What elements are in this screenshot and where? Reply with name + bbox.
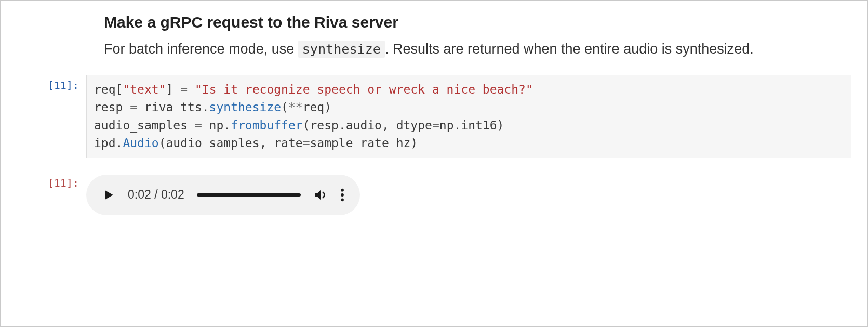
code-token: = bbox=[432, 119, 439, 132]
code-input-cell: [11]: req["text"] = "Is it recognize spe… bbox=[17, 75, 851, 158]
markdown-text-after: . Results are returned when the entire a… bbox=[385, 41, 754, 57]
input-prompt: [11]: bbox=[17, 75, 86, 91]
svg-point-2 bbox=[341, 198, 344, 201]
code-token: np bbox=[202, 119, 224, 132]
code-token: = bbox=[195, 119, 202, 132]
code-token: ) bbox=[324, 100, 331, 114]
code-token: int16 bbox=[461, 119, 497, 132]
volume-icon[interactable] bbox=[313, 188, 328, 202]
code-token: np bbox=[439, 119, 454, 132]
audio-time-label: 0:02 / 0:02 bbox=[128, 188, 184, 202]
markdown-heading: Make a gRPC request to the Riva server bbox=[104, 14, 851, 31]
code-token: , dtype bbox=[382, 119, 432, 132]
audio-duration: 0:02 bbox=[161, 188, 184, 201]
code-token: (resp bbox=[303, 119, 339, 132]
code-token: "text" bbox=[123, 83, 166, 96]
code-token bbox=[173, 83, 180, 96]
markdown-cell: Make a gRPC request to the Riva server F… bbox=[17, 14, 851, 60]
code-token: [ bbox=[116, 83, 123, 96]
audio-progress-track[interactable] bbox=[197, 193, 301, 197]
code-output-cell: [11]: 0:02 / 0:02 bbox=[17, 173, 851, 215]
code-token: . bbox=[202, 100, 209, 114]
code-token: ipd bbox=[94, 136, 116, 150]
code-token: ** bbox=[288, 100, 303, 114]
audio-player: 0:02 / 0:02 bbox=[86, 175, 360, 215]
markdown-paragraph: For batch inference mode, use synthesize… bbox=[104, 38, 805, 60]
code-token: . bbox=[116, 136, 123, 150]
code-token: "Is it recognize speech or wreck a nice … bbox=[195, 83, 533, 96]
markdown-inline-code: synthesize bbox=[298, 41, 385, 58]
code-token: . bbox=[339, 119, 346, 132]
code-token: = bbox=[180, 83, 188, 96]
code-token: riva_tts bbox=[137, 100, 202, 114]
code-token: ) bbox=[497, 119, 504, 132]
kebab-menu-icon[interactable] bbox=[340, 188, 344, 202]
code-token: req bbox=[94, 83, 116, 96]
svg-point-1 bbox=[341, 193, 344, 197]
code-token: (audio_samples bbox=[159, 136, 260, 150]
code-token: . bbox=[223, 119, 231, 132]
play-icon[interactable] bbox=[102, 188, 115, 202]
code-token: synthesize bbox=[209, 100, 281, 114]
code-token bbox=[188, 83, 195, 96]
notebook-viewport: Make a gRPC request to the Riva server F… bbox=[0, 0, 868, 327]
code-token: ) bbox=[410, 136, 418, 150]
audio-time-separator: / bbox=[154, 188, 161, 201]
code-token: req bbox=[303, 100, 325, 114]
code-editor[interactable]: req["text"] = "Is it recognize speech or… bbox=[86, 75, 851, 158]
output-prompt: [11]: bbox=[17, 173, 86, 189]
code-token: Audio bbox=[123, 136, 158, 150]
markdown-text-before: For batch inference mode, use bbox=[104, 41, 298, 57]
code-token: = bbox=[130, 100, 137, 114]
code-token: audio_samples bbox=[94, 119, 195, 132]
code-token: ] bbox=[166, 83, 173, 96]
code-token: audio bbox=[346, 119, 382, 132]
code-token: frombuffer bbox=[231, 119, 302, 132]
markdown-prompt bbox=[17, 14, 86, 18]
audio-current-time: 0:02 bbox=[128, 188, 151, 201]
code-token: sample_rate_hz bbox=[310, 136, 410, 150]
code-token: , rate bbox=[260, 136, 303, 150]
code-token: ( bbox=[281, 100, 288, 114]
code-token: resp bbox=[94, 100, 130, 114]
code-token: . bbox=[453, 119, 461, 132]
code-token: = bbox=[303, 136, 310, 150]
svg-point-0 bbox=[341, 189, 344, 192]
